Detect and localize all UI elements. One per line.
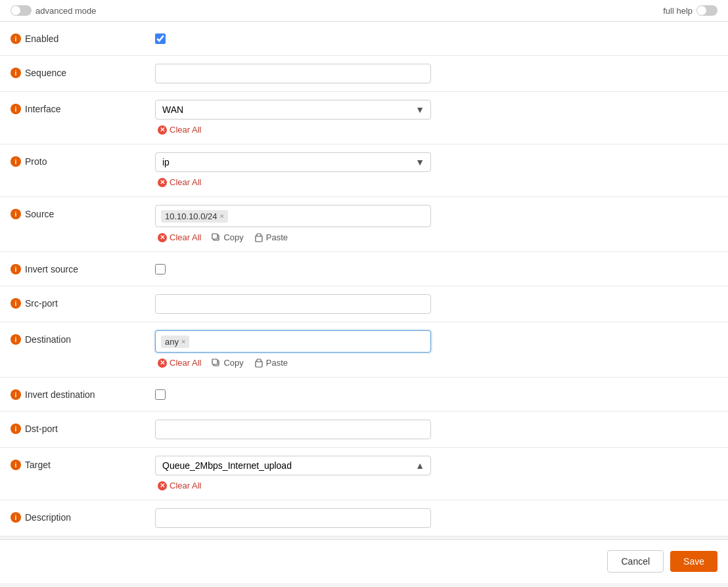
full-help-label: full help: [663, 6, 693, 16]
source-paste-button[interactable]: Paste: [252, 231, 290, 244]
target-row: i Target Queue_2Mbps_Internet_upload ▲ ✕…: [0, 448, 728, 500]
source-label-wrap: i Source: [11, 205, 155, 219]
target-select-wrap: Queue_2Mbps_Internet_upload ▲: [155, 456, 431, 475]
target-control: Queue_2Mbps_Internet_upload ▲ ✕ Clear Al…: [155, 456, 717, 492]
description-input[interactable]: Shape_Internet_upload: [155, 508, 431, 528]
destination-tag-remove[interactable]: ×: [181, 337, 185, 345]
sequence-info-icon[interactable]: i: [11, 68, 21, 78]
target-label: Target: [25, 460, 51, 470]
invert-destination-checkbox[interactable]: [155, 389, 166, 400]
source-clear-all-label: Clear All: [170, 232, 201, 242]
destination-copy-button[interactable]: Copy: [209, 357, 246, 369]
footer: Cancel Save: [0, 539, 728, 583]
interface-label-wrap: i Interface: [11, 100, 155, 114]
destination-tag-value: any: [165, 337, 179, 347]
destination-info-icon[interactable]: i: [11, 334, 21, 345]
source-control: 10.10.10.0/24 × ✕ Clear All Copy: [155, 205, 717, 244]
enabled-control: [155, 30, 717, 44]
source-tag-input[interactable]: 10.10.10.0/24 ×: [155, 205, 431, 227]
src-port-label: Src-port: [25, 298, 58, 309]
invert-destination-label: Invert destination: [25, 389, 95, 400]
proto-label-wrap: i Proto: [11, 152, 155, 167]
target-label-wrap: i Target: [11, 456, 155, 470]
description-info-icon[interactable]: i: [11, 512, 21, 523]
target-select[interactable]: Queue_2Mbps_Internet_upload: [155, 456, 431, 475]
invert-source-label: Invert source: [25, 264, 78, 274]
full-help-toggle[interactable]: full help: [663, 5, 717, 16]
source-copy-icon: [212, 233, 221, 242]
save-button[interactable]: Save: [670, 551, 717, 572]
sequence-label: Sequence: [25, 68, 66, 78]
dst-port-info-icon[interactable]: i: [11, 424, 21, 434]
advanced-mode-toggle[interactable]: advanced mode: [11, 5, 97, 16]
destination-tag-input[interactable]: any ×: [155, 330, 431, 353]
proto-clear-all-label: Clear All: [170, 177, 201, 187]
src-port-row: i Src-port any: [0, 286, 728, 322]
svg-rect-3: [257, 234, 261, 236]
source-clear-all-button[interactable]: ✕ Clear All: [155, 231, 204, 244]
source-copy-button[interactable]: Copy: [209, 231, 246, 244]
interface-info-icon[interactable]: i: [11, 104, 21, 114]
interface-actions: ✕ Clear All: [155, 123, 717, 136]
destination-row: i Destination any × ✕ Clear All: [0, 322, 728, 378]
svg-rect-7: [257, 359, 261, 362]
interface-clear-all-button[interactable]: ✕ Clear All: [155, 123, 204, 136]
invert-destination-info-icon[interactable]: i: [11, 389, 21, 400]
source-tag-value: 10.10.10.0/24: [165, 211, 217, 221]
src-port-input[interactable]: any: [155, 294, 431, 314]
full-help-icon: [696, 5, 717, 16]
proto-clear-all-button[interactable]: ✕ Clear All: [155, 176, 204, 188]
form-container: i Enabled i Sequence 1 i Interface WAN L…: [0, 22, 728, 536]
enabled-label-wrap: i Enabled: [11, 30, 155, 44]
destination-paste-label: Paste: [266, 358, 288, 368]
proto-info-icon[interactable]: i: [11, 156, 21, 167]
enabled-info-icon[interactable]: i: [11, 33, 21, 44]
sequence-input[interactable]: 1: [155, 64, 431, 83]
svg-rect-1: [212, 234, 217, 239]
interface-control: WAN LAN lo ▼ ✕ Clear All: [155, 100, 717, 136]
source-info-icon[interactable]: i: [11, 209, 21, 219]
sequence-label-wrap: i Sequence: [11, 64, 155, 78]
destination-label: Destination: [25, 334, 71, 345]
proto-select[interactable]: ip tcp udp icmp: [155, 152, 431, 172]
description-control: Shape_Internet_upload: [155, 508, 717, 528]
source-tag: 10.10.10.0/24 ×: [161, 210, 228, 223]
proto-row: i Proto ip tcp udp icmp ▼ ✕ Clear All: [0, 144, 728, 197]
cancel-button[interactable]: Cancel: [607, 550, 664, 573]
source-copy-label: Copy: [223, 232, 243, 242]
proto-actions: ✕ Clear All: [155, 176, 717, 188]
interface-row: i Interface WAN LAN lo ▼ ✕ Clear All: [0, 92, 728, 144]
destination-label-wrap: i Destination: [11, 330, 155, 345]
src-port-info-icon[interactable]: i: [11, 298, 21, 309]
target-clear-all-label: Clear All: [170, 481, 201, 490]
target-clear-x-icon: ✕: [158, 481, 167, 490]
interface-select[interactable]: WAN LAN lo: [155, 100, 431, 120]
destination-paste-button[interactable]: Paste: [252, 357, 290, 369]
invert-source-row: i Invert source: [0, 252, 728, 286]
invert-destination-control: [155, 385, 717, 400]
source-tag-remove[interactable]: ×: [220, 212, 224, 220]
invert-source-info-icon[interactable]: i: [11, 264, 21, 274]
dst-port-input[interactable]: any: [155, 420, 431, 439]
target-info-icon[interactable]: i: [11, 460, 21, 470]
enabled-checkbox[interactable]: [155, 33, 166, 44]
description-label: Description: [25, 512, 71, 523]
destination-tag: any ×: [161, 336, 189, 348]
destination-control: any × ✕ Clear All Copy: [155, 330, 717, 369]
invert-source-label-wrap: i Invert source: [11, 260, 155, 274]
sequence-row: i Sequence 1: [0, 56, 728, 92]
src-port-control: any: [155, 294, 717, 314]
proto-label: Proto: [25, 156, 47, 167]
source-label: Source: [25, 209, 54, 219]
target-actions: ✕ Clear All: [155, 479, 717, 492]
interface-select-wrap: WAN LAN lo ▼: [155, 100, 431, 120]
interface-clear-x-icon: ✕: [158, 125, 167, 135]
top-bar: advanced mode full help: [0, 0, 728, 22]
advanced-mode-label: advanced mode: [35, 6, 97, 16]
source-clear-x-icon: ✕: [158, 233, 167, 242]
invert-source-checkbox[interactable]: [155, 264, 166, 274]
target-clear-all-button[interactable]: ✕ Clear All: [155, 479, 204, 492]
destination-clear-all-button[interactable]: ✕ Clear All: [155, 357, 204, 369]
destination-copy-icon: [212, 359, 221, 368]
description-row: i Description Shape_Internet_upload: [0, 500, 728, 536]
